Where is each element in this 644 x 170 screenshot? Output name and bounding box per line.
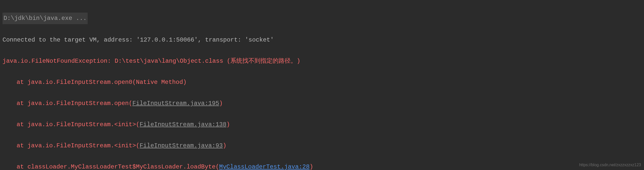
stack-frame: at java.io.FileInputStream.<init>(FileIn…	[3, 141, 641, 151]
stack-frame: at java.io.FileInputStream.<init>(FileIn…	[3, 119, 641, 130]
source-link[interactable]: FileInputStream.java:138	[140, 121, 227, 128]
connection-status: Connected to the target VM, address: '12…	[3, 35, 641, 45]
stack-frame: at java.io.FileInputStream.open(FileInpu…	[3, 98, 641, 109]
source-link[interactable]: FileInputStream.java:195	[132, 100, 219, 107]
stack-frame: at classLoader.MyClassLoaderTest$MyClass…	[3, 162, 641, 170]
source-location: Native Method	[136, 79, 183, 86]
watermark: https://blog.csdn.net/zxzzxzzxz123	[579, 161, 641, 168]
source-link[interactable]: FileInputStream.java:93	[140, 142, 223, 149]
source-link[interactable]: MyClassLoaderTest.java:28	[219, 163, 310, 170]
stack-frame: at java.io.FileInputStream.open0(Native …	[3, 77, 641, 88]
command-line[interactable]: D:\jdk\bin\java.exe ...	[3, 13, 88, 24]
console-output: D:\jdk\bin\java.exe ... Connected to the…	[0, 0, 644, 170]
exception-message: java.io.FileNotFoundException: D:\test\j…	[3, 56, 641, 66]
